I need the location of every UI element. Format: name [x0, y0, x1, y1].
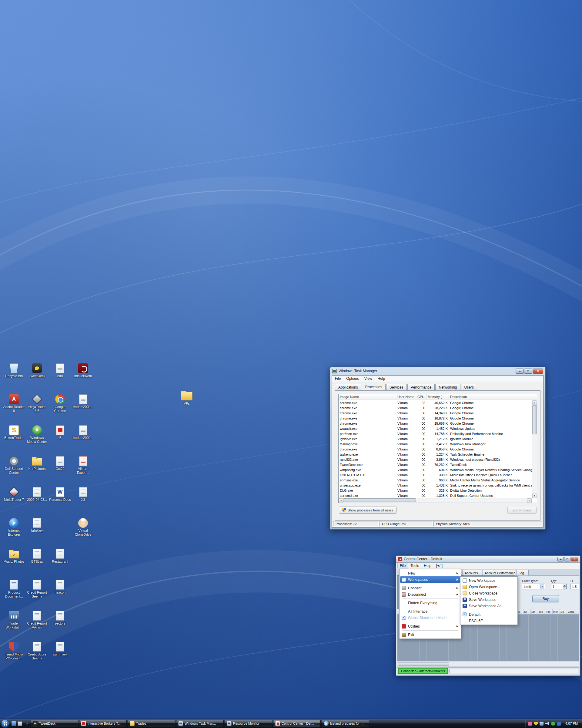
menu-item[interactable]: Open Workspace...: [461, 583, 517, 590]
menu-item[interactable]: Disconnect: [400, 591, 460, 598]
minimize-button[interactable]: [557, 557, 564, 562]
process-row[interactable]: perfmon.exe Vikram 00 14,788 K Reliabili…: [339, 431, 532, 437]
menu-item[interactable]: Global Simulation Mode: [400, 615, 460, 621]
process-row[interactable]: chrome.exe Vikram 00 16,872 K Google Chr…: [339, 416, 532, 421]
tab[interactable]: Accounts: [463, 570, 482, 576]
desktop-icon-2009-04-03[interactable]: 2009-04-03...: [26, 487, 48, 502]
scroll-right-icon[interactable]: [527, 498, 532, 503]
chevron-down-icon[interactable]: [540, 584, 544, 589]
menu-item[interactable]: [+/-]: [434, 563, 445, 568]
end-process-button[interactable]: End Process: [507, 507, 536, 514]
grid-column-header[interactable]: Tok: [538, 609, 545, 614]
process-row[interactable]: ehmsas.exe Vikram 00 968 K Media Center …: [339, 478, 532, 483]
desktop-icon-internet-explorer[interactable]: Internet Explorer: [3, 518, 25, 537]
grid-column-header[interactable]: ID: [524, 609, 531, 614]
taskbar-button-iceland-article[interactable]: Iceland prepares for ...: [322, 720, 369, 727]
menu-item[interactable]: [400, 606, 460, 608]
desktop-icon-adobe-reader[interactable]: Adobe Reader 8: [3, 394, 25, 413]
desktop-icon-personal-docs[interactable]: Personal Docs: [49, 487, 71, 502]
tray-update-icon[interactable]: [534, 722, 538, 726]
menu-item[interactable]: Close Workspace: [461, 590, 517, 596]
menu-item[interactable]: [400, 583, 460, 585]
vertical-scrollbar[interactable]: [532, 400, 537, 498]
tab[interactable]: Users: [461, 384, 477, 391]
quicklaunch-show-desktop-icon[interactable]: [18, 721, 22, 726]
tab[interactable]: Account Performance: [482, 570, 516, 576]
process-row[interactable]: chrome.exe Vikram 02 40,652 K Google Chr…: [339, 400, 532, 406]
menu-item[interactable]: AT Interface: [400, 608, 460, 615]
control-center-titlebar[interactable]: Control Center - Default: [396, 556, 580, 563]
process-row[interactable]: TweetDeck.exe Vikram 00 76,232 K TweetDe…: [339, 462, 532, 467]
desktop-icon-trades-2009-a[interactable]: trades:2009...: [72, 394, 94, 409]
order-type-dropdown[interactable]: Limit: [522, 583, 545, 589]
grid-column-header[interactable]: De: [560, 609, 567, 614]
desktop-icon-music-photos[interactable]: Music, Photos ...: [3, 549, 25, 568]
desktop-icon-vps-folder[interactable]: VPs: [176, 389, 198, 406]
desktop-icon-karpictures[interactable]: KarPictures: [26, 456, 48, 471]
show-all-processes-button[interactable]: Show processes from all users: [339, 506, 396, 514]
menu-item[interactable]: Save Workspace As...: [461, 603, 517, 609]
quantity-stepper[interactable]: 1: [551, 583, 567, 589]
taskbar-button-control-center[interactable]: Control Center - Def...: [273, 720, 321, 727]
process-row[interactable]: taskmgr.exe Vikram 00 3,412 K Windows Ta…: [339, 442, 532, 447]
menu-item[interactable]: Utilities: [400, 623, 460, 629]
menu-item[interactable]: Help: [375, 376, 388, 381]
menu-item[interactable]: View: [362, 376, 375, 381]
maximize-button[interactable]: [524, 368, 532, 374]
scroll-left-icon[interactable]: [339, 498, 343, 503]
desktop-icon-buttontrader[interactable]: ButtonTrader: [3, 425, 25, 440]
tray-security-icon[interactable]: [551, 722, 555, 726]
menu-item[interactable]: New: [400, 570, 460, 576]
desktop-icon-virtual-clonedrive[interactable]: Virtual CloneDrive: [72, 518, 94, 537]
menu-item[interactable]: Workspaces: [400, 576, 460, 583]
column-header[interactable]: Description: [449, 394, 532, 400]
task-manager-titlebar[interactable]: Windows Task Manager: [330, 367, 545, 375]
process-row[interactable]: sprtcmd.exe Vikram 00 1,328 K Dell Suppo…: [339, 493, 532, 498]
column-header[interactable]: CPU: [416, 394, 426, 400]
desktop-icon-trades-2009-b[interactable]: trades:2009...: [72, 425, 94, 440]
process-row[interactable]: wuauclt.exe Vikram 00 1,452 K Windows Up…: [339, 426, 532, 431]
desktop-icon-brinkley[interactable]: brinkley: [26, 518, 48, 532]
process-row[interactable]: chrome.exe Vikram 00 15,656 K Google Chr…: [339, 421, 532, 426]
scrollbar-thumb[interactable]: [398, 662, 449, 666]
process-row[interactable]: chrome.exe Vikram 00 14,348 K Google Chr…: [339, 411, 532, 416]
taskbar-button-trades[interactable]: Trades: [128, 720, 175, 727]
menu-item[interactable]: File: [397, 563, 408, 568]
menu-item[interactable]: [400, 629, 460, 631]
desktop-icon-restaurant[interactable]: Restaurant: [49, 549, 71, 564]
start-button[interactable]: [1, 720, 9, 727]
tray-app-icon[interactable]: [528, 722, 532, 726]
desktop-icon-ninjatrader-7[interactable]: NinjaTrader 7: [3, 487, 25, 502]
scroll-up-icon[interactable]: [532, 400, 537, 405]
desktop-icon-credit-report-seema[interactable]: Credit Report Seema: [26, 580, 48, 598]
menu-item[interactable]: Help: [421, 563, 434, 568]
tab[interactable]: Log: [517, 570, 529, 576]
horizontal-scrollbar[interactable]: [397, 662, 579, 667]
close-button[interactable]: [571, 557, 578, 562]
desktop-icon-dell-support-center[interactable]: Dell Support Center: [3, 456, 25, 475]
desktop-icon-tweetdeck[interactable]: TweetDeck: [26, 363, 48, 378]
process-row[interactable]: chrome.exe Vikram 00 28,228 K Google Chr…: [339, 406, 532, 411]
column-header[interactable]: User Name: [396, 394, 416, 400]
menu-item[interactable]: [400, 598, 460, 600]
process-row[interactable]: wmpnscfg.exe Vikram 00 604 K Windows Med…: [339, 467, 532, 473]
desktop-icon-ninjatrader-65[interactable]: NinjaTrader 6.5: [26, 394, 48, 413]
menu-item[interactable]: Default: [461, 611, 517, 618]
menu-item[interactable]: Options: [343, 376, 361, 381]
scrollbar-thumb[interactable]: [343, 498, 416, 502]
menu-item[interactable]: New Workspace: [461, 577, 517, 583]
tray-network-icon[interactable]: [539, 722, 544, 726]
desktop-icon-btstrat[interactable]: BTStrat: [26, 549, 48, 564]
taskbar-button-interactive-brokers[interactable]: Interactive Brokers T...: [79, 720, 127, 727]
desktop-icon-recycle-bin[interactable]: Recycle Bin: [3, 363, 25, 378]
clock[interactable]: 4:07 PM: [564, 722, 581, 725]
process-row[interactable]: ONENOTEM.EXE Vikram 00 308 K Microsoft O…: [339, 473, 532, 478]
spin-down-icon[interactable]: [563, 587, 566, 589]
minimize-button[interactable]: [516, 368, 524, 374]
tray-messenger-icon[interactable]: [557, 722, 561, 726]
limit-price-stepper[interactable]: 1.5: [571, 583, 579, 589]
close-button[interactable]: [533, 368, 543, 374]
menu-item[interactable]: Flatten Everything: [400, 600, 460, 606]
tab[interactable]: Performance: [408, 384, 435, 391]
grid-column-header[interactable]: Str: [531, 609, 538, 614]
